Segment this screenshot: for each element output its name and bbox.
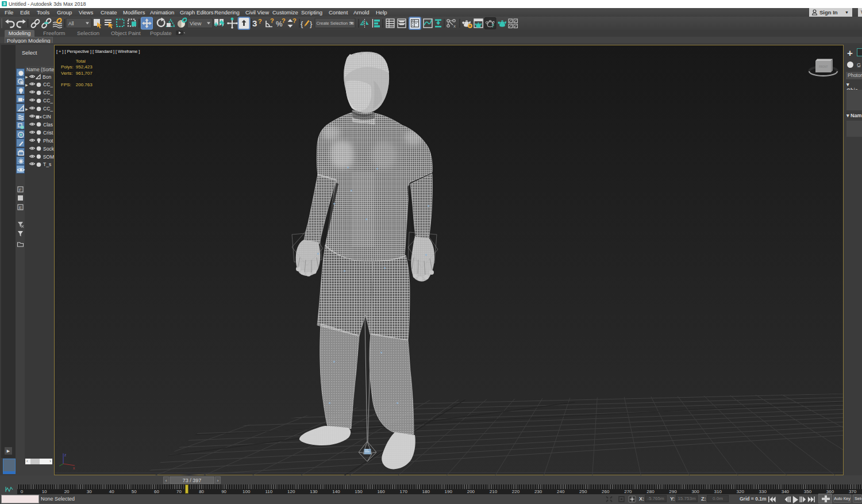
svg-text:z: z <box>64 453 66 457</box>
svg-text:FRONT: FRONT <box>819 66 828 68</box>
svg-text:x: x <box>73 466 75 470</box>
